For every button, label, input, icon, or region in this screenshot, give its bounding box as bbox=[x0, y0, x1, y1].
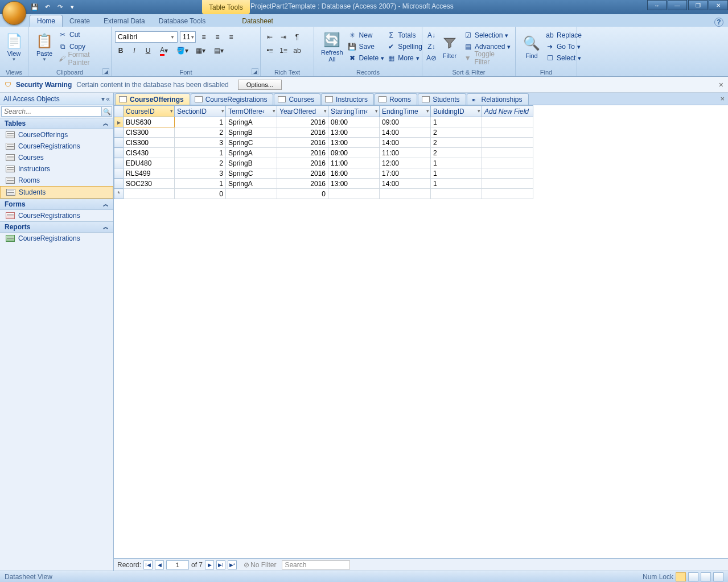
record-search-input[interactable]: Search bbox=[282, 560, 350, 569]
cell-sectionid[interactable]: 2 bbox=[175, 127, 226, 138]
cell-empty[interactable] bbox=[482, 179, 533, 189]
add-new-field[interactable]: Add New Field bbox=[482, 106, 533, 117]
column-header-buildingid[interactable]: BuildingID▾ bbox=[431, 106, 482, 117]
column-dropdown-icon[interactable]: ▾ bbox=[221, 108, 224, 114]
cell-startingtime[interactable]: 13:00 bbox=[328, 179, 380, 189]
new-row-selector[interactable]: * bbox=[114, 189, 124, 199]
cell-endingtime[interactable]: 17:00 bbox=[380, 168, 431, 179]
row-selector[interactable] bbox=[114, 168, 124, 179]
column-header-sectionid[interactable]: SectionID▾ bbox=[175, 106, 226, 117]
search-icon[interactable]: 🔍 bbox=[102, 106, 112, 117]
save-icon[interactable]: 💾 bbox=[30, 2, 40, 13]
view-button[interactable]: 📄 View ▼ bbox=[3, 28, 24, 65]
first-record-button[interactable]: I◀ bbox=[143, 560, 153, 569]
undo-icon[interactable]: ↶ bbox=[42, 2, 52, 13]
cell-empty[interactable] bbox=[482, 127, 533, 138]
cell-startingtime[interactable]: 11:00 bbox=[328, 158, 380, 168]
last-record-button[interactable]: ▶I bbox=[216, 560, 225, 569]
cell-empty[interactable] bbox=[482, 138, 533, 148]
new-button[interactable]: ✳New bbox=[347, 30, 386, 41]
cell-buildingid[interactable]: 2 bbox=[431, 138, 482, 148]
delete-button[interactable]: ✖Delete ▾ bbox=[347, 52, 386, 64]
next-record-button[interactable]: ▶ bbox=[205, 560, 214, 569]
design-view-button[interactable] bbox=[713, 572, 723, 581]
cell-sectionid[interactable]: 0 bbox=[175, 189, 226, 199]
highlight-button[interactable]: ab bbox=[291, 45, 303, 56]
toggle-filter-button[interactable]: ▼Toggle Filter bbox=[462, 52, 512, 64]
cell-endingtime[interactable]: 14:00 bbox=[380, 127, 431, 138]
cell-courseid[interactable]: CIS300 bbox=[124, 138, 175, 148]
cell-startingtime[interactable]: 08:00 bbox=[328, 117, 380, 127]
cell-sectionid[interactable]: 3 bbox=[175, 138, 226, 148]
cell-empty[interactable] bbox=[482, 117, 533, 127]
nav-table-courseregistrations[interactable]: CourseRegistrations bbox=[0, 141, 113, 152]
cell-startingtime[interactable] bbox=[328, 189, 380, 199]
decrease-indent-button[interactable]: ⇤ bbox=[264, 31, 275, 43]
redo-icon[interactable]: ↷ bbox=[55, 2, 65, 13]
align-left-button[interactable]: ≡ bbox=[198, 31, 209, 43]
security-options-button[interactable]: Options... bbox=[238, 80, 282, 90]
minimize-button[interactable]: — bbox=[668, 0, 687, 10]
row-selector[interactable] bbox=[114, 127, 124, 138]
increase-indent-button[interactable]: ⇥ bbox=[278, 31, 289, 43]
cell-endingtime[interactable]: 11:00 bbox=[380, 148, 431, 158]
cell-yearoffered[interactable]: 2016 bbox=[277, 117, 328, 127]
nav-dropdown-icon[interactable]: ▾ bbox=[101, 95, 105, 103]
table-row[interactable]: CIS3002SpringB201613:0014:002 bbox=[114, 127, 533, 138]
cell-courseid[interactable] bbox=[124, 189, 175, 199]
nav-table-students[interactable]: Students bbox=[0, 186, 113, 199]
cell-sectionid[interactable]: 1 bbox=[175, 148, 226, 158]
font-size-combo[interactable]: 11▼ bbox=[180, 31, 196, 43]
save-button[interactable]: 💾Save bbox=[347, 41, 386, 52]
restore-move-icon[interactable]: ↔ bbox=[647, 0, 667, 10]
totals-button[interactable]: ΣTotals bbox=[385, 30, 423, 41]
cell-endingtime[interactable]: 14:00 bbox=[380, 138, 431, 148]
office-button[interactable] bbox=[2, 1, 26, 25]
prev-record-button[interactable]: ◀ bbox=[155, 560, 164, 569]
cell-startingtime[interactable]: 13:00 bbox=[328, 138, 380, 148]
cell-termoffered[interactable]: SpringC bbox=[226, 138, 277, 148]
row-selector[interactable] bbox=[114, 158, 124, 168]
pivot-table-view-button[interactable] bbox=[688, 572, 698, 581]
select-button[interactable]: ☐Select ▾ bbox=[544, 52, 583, 64]
table-row[interactable]: ▸BUS6301SpringA201608:0009:001 bbox=[114, 117, 533, 127]
column-dropdown-icon[interactable]: ▾ bbox=[426, 108, 429, 114]
record-number-input[interactable] bbox=[166, 560, 189, 569]
cell-courseid[interactable]: EDU480 bbox=[124, 158, 175, 168]
cell-buildingid[interactable]: 2 bbox=[431, 127, 482, 138]
cell-empty[interactable] bbox=[482, 158, 533, 168]
filter-button[interactable]: Filter bbox=[437, 28, 462, 65]
tab-external-data[interactable]: External Data bbox=[97, 15, 152, 27]
gridlines-button[interactable]: ▦▾ bbox=[192, 45, 208, 56]
cell-yearoffered[interactable]: 2016 bbox=[277, 179, 328, 189]
tab-database-tools[interactable]: Database Tools bbox=[152, 15, 213, 27]
nav-form-courseregistrations[interactable]: CourseRegistrations bbox=[0, 210, 113, 221]
nav-table-instructors[interactable]: Instructors bbox=[0, 163, 113, 175]
column-dropdown-icon[interactable]: ▾ bbox=[273, 108, 275, 114]
datasheet-view-button[interactable] bbox=[676, 572, 686, 581]
cell-courseid[interactable]: CIS300 bbox=[124, 127, 175, 138]
nav-collapse-icon[interactable]: « bbox=[106, 95, 110, 103]
doc-tab-instructors[interactable]: Instructors bbox=[321, 93, 374, 105]
row-selector[interactable] bbox=[114, 179, 124, 189]
cell-yearoffered[interactable]: 2016 bbox=[277, 168, 328, 179]
cell-buildingid[interactable]: 2 bbox=[431, 148, 482, 158]
cell-buildingid[interactable]: 1 bbox=[431, 179, 482, 189]
goto-button[interactable]: ➜Go To ▾ bbox=[544, 41, 583, 52]
tab-create[interactable]: Create bbox=[63, 15, 97, 27]
table-row[interactable]: RLS4993SpringC201616:0017:001 bbox=[114, 168, 533, 179]
refresh-all-button[interactable]: 🔄 Refresh All bbox=[318, 28, 347, 65]
cell-courseid[interactable]: RLS499 bbox=[124, 168, 175, 179]
table-row[interactable]: EDU4802SpringB201611:0012:001 bbox=[114, 158, 533, 168]
tab-datasheet[interactable]: Datasheet bbox=[235, 15, 280, 27]
row-selector[interactable]: ▸ bbox=[114, 117, 124, 127]
align-center-button[interactable]: ≡ bbox=[212, 31, 223, 43]
column-header-yearoffered[interactable]: YearOffered▾ bbox=[277, 106, 328, 117]
doc-tab-courseofferings[interactable]: CourseOfferings bbox=[115, 93, 190, 105]
row-selector[interactable] bbox=[114, 138, 124, 148]
nav-header[interactable]: All Access Objects ▾« bbox=[0, 93, 113, 105]
cell-yearoffered[interactable]: 2016 bbox=[277, 148, 328, 158]
cell-empty[interactable] bbox=[482, 148, 533, 158]
table-row[interactable]: CIS3003SpringC201613:0014:002 bbox=[114, 138, 533, 148]
column-header-courseid[interactable]: CourseID▾ bbox=[124, 106, 175, 117]
